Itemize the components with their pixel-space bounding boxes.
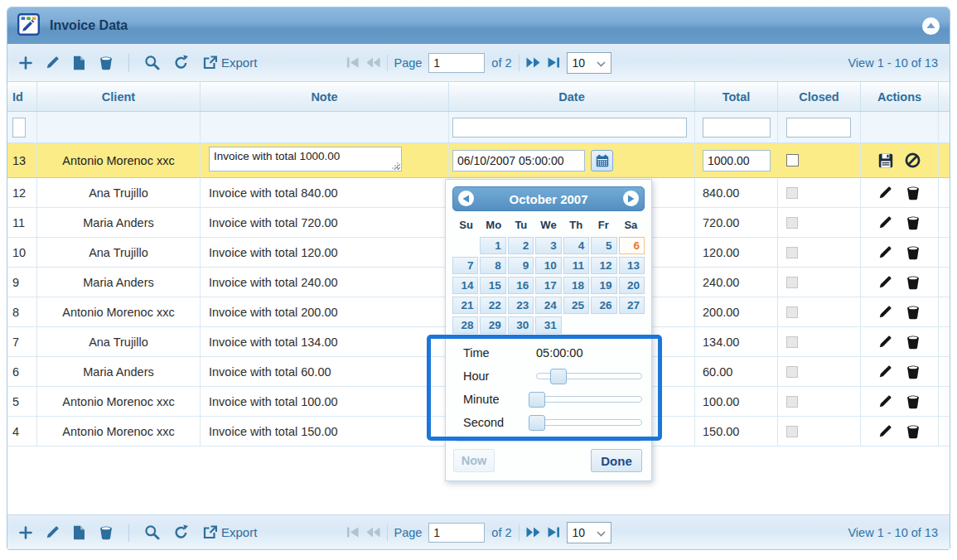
view-row-button[interactable] bbox=[73, 56, 85, 70]
calendar-day[interactable]: 10 bbox=[535, 257, 561, 274]
edit-row-button[interactable] bbox=[878, 394, 892, 408]
delete-row-button[interactable] bbox=[906, 215, 921, 230]
add-row-button[interactable] bbox=[19, 56, 32, 70]
refresh-button[interactable] bbox=[173, 524, 189, 540]
delete-row-toolbar-button[interactable] bbox=[99, 525, 114, 540]
page-size-select[interactable]: 10 bbox=[567, 52, 611, 74]
filter-total-input[interactable] bbox=[703, 118, 771, 138]
calendar-day[interactable]: 21 bbox=[452, 297, 478, 314]
calendar-day[interactable]: 27 bbox=[619, 297, 645, 314]
view-row-button[interactable] bbox=[73, 525, 85, 540]
hour-slider[interactable] bbox=[536, 373, 642, 379]
delete-row-button[interactable] bbox=[906, 305, 921, 320]
first-page-button[interactable] bbox=[346, 527, 359, 538]
total-editor[interactable] bbox=[703, 150, 771, 171]
now-button[interactable]: Now bbox=[453, 449, 495, 472]
delete-row-toolbar-button[interactable] bbox=[99, 56, 114, 70]
add-row-button[interactable] bbox=[19, 526, 32, 539]
calendar-day[interactable]: 5 bbox=[591, 237, 616, 254]
delete-row-button[interactable] bbox=[906, 275, 921, 290]
calendar-day[interactable]: 7 bbox=[452, 257, 478, 274]
filter-date-input[interactable] bbox=[452, 118, 687, 138]
search-button[interactable] bbox=[144, 524, 160, 540]
prev-page-button[interactable] bbox=[365, 57, 379, 68]
export-button[interactable]: Export bbox=[202, 525, 257, 540]
last-page-button[interactable] bbox=[547, 527, 560, 538]
calendar-day[interactable]: 30 bbox=[508, 316, 534, 334]
minute-slider[interactable] bbox=[536, 396, 642, 403]
header-note[interactable]: Note bbox=[201, 82, 449, 111]
slider-handle[interactable] bbox=[529, 415, 545, 431]
header-closed[interactable]: Closed bbox=[778, 82, 861, 111]
calendar-day[interactable]: 19 bbox=[591, 277, 616, 294]
next-month-button[interactable] bbox=[623, 191, 639, 206]
calendar-day[interactable]: 24 bbox=[535, 297, 561, 314]
calendar-day[interactable]: 25 bbox=[563, 297, 589, 314]
prev-month-button[interactable] bbox=[458, 191, 474, 206]
header-client[interactable]: Client bbox=[37, 82, 201, 111]
page-number-input[interactable] bbox=[428, 523, 485, 543]
delete-row-button[interactable] bbox=[906, 335, 921, 350]
calendar-day[interactable]: 12 bbox=[591, 257, 616, 274]
calendar-day[interactable]: 8 bbox=[480, 257, 505, 274]
closed-editor-checkbox[interactable] bbox=[786, 154, 799, 167]
calendar-day[interactable]: 20 bbox=[619, 277, 645, 294]
second-slider[interactable] bbox=[536, 419, 642, 426]
calendar-day[interactable]: 18 bbox=[563, 277, 589, 294]
edit-row-button[interactable] bbox=[878, 245, 892, 259]
next-page-button[interactable] bbox=[526, 57, 540, 68]
edit-row-button[interactable] bbox=[878, 335, 892, 349]
edit-row-button[interactable] bbox=[878, 305, 892, 319]
calendar-day[interactable]: 1 bbox=[480, 237, 505, 254]
calendar-day[interactable]: 31 bbox=[535, 316, 561, 334]
filter-id-input[interactable] bbox=[12, 118, 26, 138]
edit-row[interactable]: 13 Antonio Morenoc xxc Invoice with tota… bbox=[7, 143, 950, 178]
calendar-day[interactable]: 26 bbox=[591, 297, 616, 314]
resize-grip-icon[interactable] bbox=[397, 167, 399, 169]
note-editor[interactable]: Invoice with total 1000.00 bbox=[209, 147, 402, 171]
calendar-day[interactable]: 4 bbox=[563, 237, 589, 254]
export-button[interactable]: Export bbox=[202, 56, 257, 70]
page-number-input[interactable] bbox=[428, 53, 485, 73]
calendar-day[interactable]: 23 bbox=[508, 297, 534, 314]
next-page-button[interactable] bbox=[526, 527, 540, 538]
edit-row-button[interactable] bbox=[878, 186, 892, 200]
calendar-button[interactable] bbox=[591, 150, 613, 171]
calendar-day-today[interactable]: 6 bbox=[619, 237, 645, 254]
calendar-day[interactable]: 14 bbox=[452, 277, 478, 294]
calendar-day[interactable]: 29 bbox=[480, 316, 505, 334]
slider-handle[interactable] bbox=[529, 392, 545, 408]
cancel-edit-button[interactable] bbox=[905, 152, 921, 168]
edit-row-button[interactable] bbox=[878, 364, 892, 379]
first-page-button[interactable] bbox=[346, 57, 359, 68]
slider-handle[interactable] bbox=[550, 369, 567, 384]
calendar-day[interactable]: 3 bbox=[535, 237, 561, 254]
calendar-day[interactable]: 13 bbox=[619, 257, 645, 274]
edit-row-toolbar-button[interactable] bbox=[46, 525, 60, 539]
refresh-button[interactable] bbox=[173, 55, 189, 70]
calendar-day[interactable]: 15 bbox=[480, 277, 505, 294]
collapse-button[interactable] bbox=[922, 17, 940, 35]
date-editor[interactable] bbox=[452, 150, 585, 171]
calendar-day[interactable]: 16 bbox=[508, 277, 534, 294]
header-id[interactable]: Id bbox=[7, 82, 37, 111]
edit-row-toolbar-button[interactable] bbox=[46, 56, 60, 70]
edit-row-button[interactable] bbox=[878, 424, 892, 438]
header-date[interactable]: Date bbox=[449, 82, 695, 111]
edit-row-button[interactable] bbox=[878, 275, 892, 289]
delete-row-button[interactable] bbox=[906, 186, 921, 200]
calendar-day[interactable]: 11 bbox=[563, 257, 589, 274]
delete-row-button[interactable] bbox=[906, 364, 921, 379]
calendar-day[interactable]: 28 bbox=[452, 316, 478, 334]
edit-row-button[interactable] bbox=[878, 215, 892, 229]
delete-row-button[interactable] bbox=[906, 424, 921, 439]
done-button[interactable]: Done bbox=[591, 449, 642, 472]
last-page-button[interactable] bbox=[547, 57, 560, 68]
prev-page-button[interactable] bbox=[365, 527, 379, 538]
calendar-day[interactable]: 2 bbox=[508, 237, 534, 254]
calendar-day[interactable]: 22 bbox=[480, 297, 505, 314]
calendar-day[interactable]: 17 bbox=[535, 277, 561, 294]
delete-row-button[interactable] bbox=[906, 245, 921, 260]
save-row-button[interactable] bbox=[878, 153, 893, 168]
calendar-day[interactable]: 9 bbox=[508, 257, 534, 274]
